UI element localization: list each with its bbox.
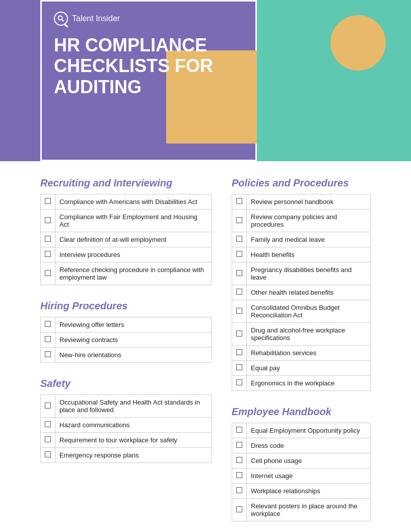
checklist-item-label: New-hire orientations [55,348,212,363]
checkbox[interactable] [236,251,242,257]
checkbox[interactable] [45,217,51,223]
checkbox[interactable] [236,349,242,355]
checklist-item-label: Hazard communications [55,418,212,433]
checkbox-cell[interactable] [232,194,247,210]
checkbox[interactable] [45,436,51,442]
checkbox-cell[interactable] [232,247,247,262]
checklist-item-label: Equal Employment Opportunity policy [247,423,371,438]
checkbox[interactable] [236,330,242,337]
checkbox[interactable] [236,472,242,478]
table-row: Review company policies and procedures [232,210,371,232]
checkbox[interactable] [236,198,242,204]
checkbox-cell[interactable] [41,210,55,232]
table-row: Equal pay [232,361,371,376]
checkbox-cell[interactable] [232,323,247,346]
checkbox-cell[interactable] [41,232,55,247]
checkbox[interactable] [236,506,242,512]
checklist-item-label: Rehabilitation services [247,346,371,361]
checkbox-cell[interactable] [232,210,247,232]
checkbox-cell[interactable] [232,484,247,499]
checkbox-cell[interactable] [232,453,247,469]
checkbox-cell[interactable] [41,262,55,285]
table-row: Occupational Safety and Health Act stand… [41,395,212,418]
checkbox[interactable] [45,421,51,427]
checkbox-cell[interactable] [232,469,247,484]
section-recruiting-title: Recruiting and Interviewing [40,177,212,189]
header-title: HR COMPLIANCE CHECKLISTS FOR AUDITING [54,35,243,97]
checkbox[interactable] [236,236,242,242]
checkbox-cell[interactable] [41,395,55,418]
checkbox-cell[interactable] [41,247,55,262]
section-safety: Safety Occupational Safety and Health Ac… [40,378,212,463]
checkbox-cell[interactable] [232,285,247,300]
checklist-item-label: Reviewing offer letters [55,317,212,332]
checkbox[interactable] [236,217,242,223]
checkbox[interactable] [45,403,51,409]
checkbox[interactable] [45,236,51,242]
checkbox-cell[interactable] [41,448,55,463]
checkbox-cell[interactable] [232,300,247,323]
checklist-item-label: Reference checking procedure in complian… [55,262,212,285]
checkbox[interactable] [236,487,242,493]
checkbox[interactable] [236,427,242,433]
checklist-item-label: Reviewing contracts [55,332,212,348]
checkbox-cell[interactable] [41,317,55,332]
table-row: Compliance with Fair Employment and Hous… [41,210,212,232]
checkbox[interactable] [236,364,242,370]
checkbox[interactable] [45,451,51,457]
checkbox-cell[interactable] [41,194,55,210]
table-row: Cell phone usage [232,453,371,469]
checkbox-cell[interactable] [232,262,247,285]
header-teal-bg [255,0,411,161]
handbook-table: Equal Employment Opportunity policy Dres… [232,423,371,521]
checkbox-cell[interactable] [41,348,55,363]
checkbox[interactable] [45,198,51,204]
checkbox-cell[interactable] [41,418,55,433]
section-hiring-title: Hiring Procedures [40,300,212,312]
section-hiring: Hiring Procedures Reviewing offer letter… [40,300,212,363]
table-row: Other health related benefits [232,285,371,300]
table-row: Internet usage [232,469,371,484]
checkbox-cell[interactable] [232,376,247,391]
checkbox-cell[interactable] [232,346,247,361]
checkbox[interactable] [236,457,242,463]
section-handbook-title: Employee Handbook [232,406,371,418]
checkbox[interactable] [236,270,242,276]
policies-table: Review personnel handbook Review company… [232,194,371,391]
table-row: Drug and alcohol-free workplace specific… [232,323,371,346]
checkbox-cell[interactable] [232,423,247,438]
checkbox-cell[interactable] [232,438,247,453]
table-row: Clear definition of at-will employment [41,232,212,247]
checkbox[interactable] [236,289,242,295]
checkbox-cell[interactable] [232,361,247,376]
checkbox[interactable] [236,442,242,448]
checklist-item-label: Clear definition of at-will employment [55,232,212,247]
checklist-item-label: Dress code [247,438,371,453]
checkbox-cell[interactable] [232,232,247,247]
table-row: Pregnancy disabilities benefits and leav… [232,262,371,285]
section-policies: Policies and Procedures Review personnel… [232,177,371,391]
table-row: New-hire orientations [41,348,212,363]
main-content: Recruiting and Interviewing Compliance w… [0,161,411,532]
table-row: Rehabilitation services [232,346,371,361]
checkbox[interactable] [45,321,51,327]
checkbox-cell[interactable] [41,433,55,448]
checklist-item-label: Equal pay [247,361,371,376]
table-row: Health benefits [232,247,371,262]
table-row: Family and medical leave [232,232,371,247]
checkbox-cell[interactable] [232,499,247,521]
checkbox[interactable] [45,336,51,342]
table-row: Emergency response plans [41,448,212,463]
checkbox-cell[interactable] [41,332,55,348]
checkbox[interactable] [236,308,242,314]
section-safety-title: Safety [40,378,212,389]
checkbox[interactable] [45,251,51,257]
checklist-item-label: Review company policies and procedures [247,210,371,232]
checkbox[interactable] [236,379,242,385]
checklist-item-label: Interview procedures [55,247,212,262]
checklist-item-label: Occupational Safety and Health Act stand… [55,395,212,418]
checkbox[interactable] [45,351,51,357]
section-handbook: Employee Handbook Equal Employment Oppor… [232,406,371,521]
checkbox[interactable] [45,270,51,276]
table-row: Relevant posters in place around the wor… [232,499,371,521]
